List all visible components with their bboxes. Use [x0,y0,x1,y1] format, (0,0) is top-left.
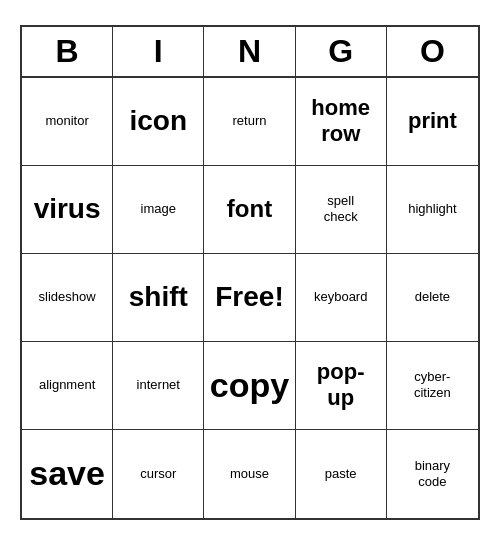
bingo-cell: home row [296,78,387,166]
bingo-cell: copy [204,342,295,430]
header-letter: N [204,27,295,76]
header-letter: I [113,27,204,76]
bingo-cell: highlight [387,166,478,254]
bingo-cell: cyber- citizen [387,342,478,430]
bingo-cell: Free! [204,254,295,342]
bingo-cell: save [22,430,113,518]
header-letter: B [22,27,113,76]
header-letter: O [387,27,478,76]
bingo-cell: binary code [387,430,478,518]
bingo-header: BINGO [22,27,478,78]
header-letter: G [296,27,387,76]
bingo-cell: shift [113,254,204,342]
bingo-cell: keyboard [296,254,387,342]
bingo-cell: virus [22,166,113,254]
bingo-card: BINGO monitoriconreturnhome rowprintviru… [20,25,480,520]
bingo-cell: mouse [204,430,295,518]
bingo-cell: print [387,78,478,166]
bingo-cell: delete [387,254,478,342]
bingo-cell: image [113,166,204,254]
bingo-cell: pop- up [296,342,387,430]
bingo-cell: internet [113,342,204,430]
bingo-cell: paste [296,430,387,518]
bingo-cell: font [204,166,295,254]
bingo-cell: alignment [22,342,113,430]
bingo-cell: cursor [113,430,204,518]
bingo-cell: icon [113,78,204,166]
bingo-grid: monitoriconreturnhome rowprintvirusimage… [22,78,478,518]
bingo-cell: slideshow [22,254,113,342]
bingo-cell: monitor [22,78,113,166]
bingo-cell: spell check [296,166,387,254]
bingo-cell: return [204,78,295,166]
